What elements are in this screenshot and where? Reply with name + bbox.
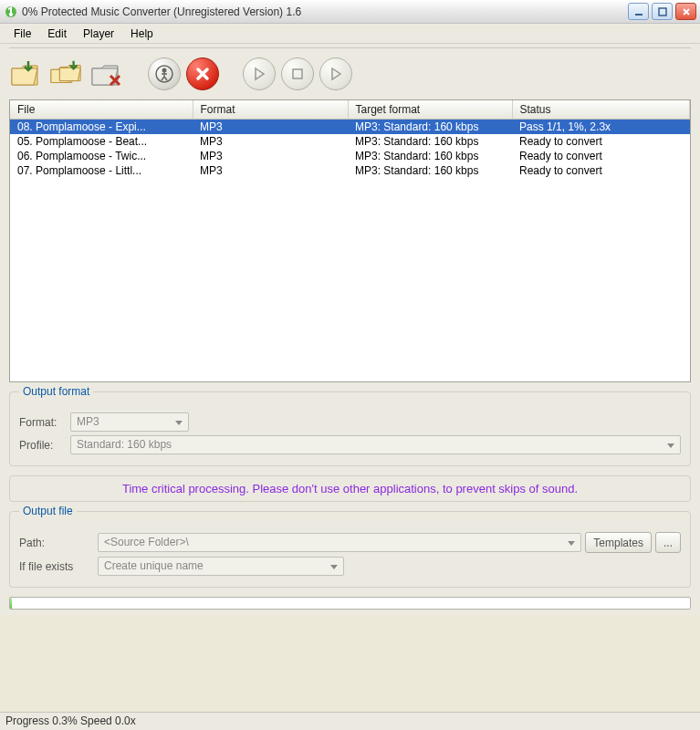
close-button[interactable]	[675, 3, 696, 20]
svg-rect-5	[293, 69, 302, 78]
window-title: 0% Protected Music Converter (Unregister…	[22, 5, 628, 18]
app-icon	[4, 5, 18, 19]
cell-status: Ready to convert	[512, 134, 690, 149]
path-combo[interactable]: <Source Folder>\	[98, 533, 581, 552]
svg-point-4	[162, 68, 167, 73]
cell-format: MP3	[193, 163, 348, 178]
file-list[interactable]: File Format Target format Status 08. Pom…	[9, 99, 691, 382]
cell-file: 06. Pomplamoose - Twic...	[10, 149, 193, 163]
cell-target: MP3: Standard: 160 kbps	[348, 134, 512, 149]
cell-format: MP3	[193, 120, 348, 135]
maximize-button[interactable]	[652, 3, 673, 20]
cell-format: MP3	[193, 149, 348, 163]
format-combo[interactable]: MP3	[70, 412, 189, 432]
warning-message: Time critical processing. Please don't u…	[9, 475, 691, 502]
convert-button[interactable]	[148, 57, 181, 90]
format-label: Format:	[19, 416, 70, 429]
cell-format: MP3	[193, 134, 348, 149]
col-format[interactable]: Format	[193, 100, 348, 120]
col-status[interactable]: Status	[512, 100, 690, 120]
stop-play-button[interactable]	[281, 57, 314, 90]
content-area: File Format Target format Status 08. Pom…	[0, 44, 700, 615]
toolbar	[9, 54, 691, 94]
cell-status: Ready to convert	[512, 149, 690, 163]
menu-player[interactable]: Player	[75, 26, 122, 42]
table-row[interactable]: 06. Pomplamoose - Twic...MP3MP3: Standar…	[10, 149, 690, 163]
cell-target: MP3: Standard: 160 kbps	[348, 149, 512, 163]
play-converted-button[interactable]	[319, 57, 352, 90]
stop-convert-button[interactable]	[186, 57, 219, 90]
status-bar: Progress 0.3% Speed 0.0x	[0, 712, 700, 730]
table-row[interactable]: 08. Pomplamoose - Expi...MP3MP3: Standar…	[10, 120, 690, 135]
table-row[interactable]: 05. Pomplamoose - Beat...MP3MP3: Standar…	[10, 134, 690, 149]
cell-target: MP3: Standard: 160 kbps	[348, 120, 512, 135]
path-label: Path:	[19, 537, 70, 549]
play-button[interactable]	[243, 57, 276, 90]
menu-edit[interactable]: Edit	[39, 26, 75, 42]
menu-help[interactable]: Help	[122, 26, 162, 42]
output-file-group: Output file Path: <Source Folder>\ Templ…	[9, 511, 691, 588]
cell-status: Ready to convert	[512, 163, 690, 178]
cell-status: Pass 1/1, 1%, 2.3x	[512, 120, 690, 135]
svg-rect-2	[659, 8, 666, 16]
col-target[interactable]: Target format	[348, 100, 512, 120]
cell-file: 05. Pomplamoose - Beat...	[10, 134, 193, 149]
table-row[interactable]: 07. Pomplamoose - Littl...MP3MP3: Standa…	[10, 163, 690, 178]
cell-file: 07. Pomplamoose - Littl...	[10, 163, 193, 178]
cell-file: 08. Pomplamoose - Expi...	[10, 120, 193, 135]
cell-target: MP3: Standard: 160 kbps	[348, 163, 512, 178]
col-file[interactable]: File	[10, 100, 193, 120]
output-file-title: Output file	[19, 505, 77, 517]
output-format-title: Output format	[19, 385, 93, 398]
add-file-button[interactable]	[9, 57, 44, 91]
minimize-button[interactable]	[628, 3, 649, 20]
separator	[9, 47, 691, 48]
if-exists-label: If file exists	[19, 560, 98, 573]
menu-file[interactable]: File	[5, 26, 39, 42]
if-exists-combo[interactable]: Create unique name	[98, 557, 344, 576]
add-folder-button[interactable]	[49, 57, 84, 91]
browse-button[interactable]: ...	[655, 532, 681, 553]
menu-bar: File Edit Player Help	[0, 24, 700, 44]
svg-rect-1	[635, 14, 643, 16]
table-header-row: File Format Target format Status	[10, 100, 690, 120]
profile-combo[interactable]: Standard: 160 kbps	[70, 435, 681, 454]
progress-bar	[9, 597, 691, 610]
progress-bar-fill	[10, 598, 12, 609]
window-buttons	[628, 3, 696, 20]
templates-button[interactable]: Templates	[585, 532, 652, 553]
profile-label: Profile:	[19, 439, 70, 452]
output-format-group: Output format Format: MP3 Profile: Stand…	[9, 391, 691, 466]
remove-button[interactable]	[89, 57, 124, 91]
title-bar: 0% Protected Music Converter (Unregister…	[0, 0, 700, 24]
